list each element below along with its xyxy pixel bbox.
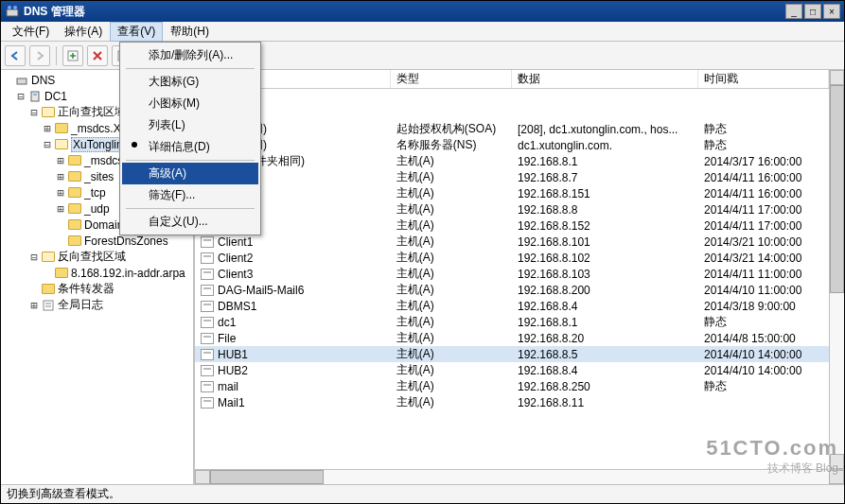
cell-timestamp: 2014/4/10 14:00:00 bbox=[698, 362, 829, 378]
cell-type: 起始授权机构(SOA) bbox=[391, 121, 512, 137]
list-row[interactable]: 件夹相同)名称服务器(NS)dc1.xutonglin.com.静态 bbox=[195, 137, 829, 153]
menu-entry-0[interactable]: 添加/删除列(A)... bbox=[122, 44, 258, 66]
collapse-icon[interactable]: ⊟ bbox=[27, 106, 41, 119]
cell-name: Mail1 bbox=[195, 394, 391, 410]
list-row[interactable]: DAG-Mail5-Mail6主机(A)192.168.8.2002014/4/… bbox=[195, 282, 829, 298]
cell-name: dc1 bbox=[195, 314, 391, 330]
status-bar: 切换到高级查看模式。 bbox=[1, 484, 844, 503]
scroll-thumb[interactable] bbox=[210, 470, 324, 484]
cell-type: 主机(A) bbox=[391, 330, 512, 346]
scroll-down-button[interactable] bbox=[830, 454, 844, 469]
menu-item-1[interactable]: 操作(A) bbox=[57, 22, 110, 42]
list-row[interactable]: (与父文件夹相同)主机(A)192.168.8.12014/3/17 16:00… bbox=[195, 153, 829, 169]
vertical-scrollbar[interactable] bbox=[829, 70, 844, 469]
view-menu-dropdown[interactable]: 添加/删除列(A)...大图标(G)小图标(M)列表(L)详细信息(D)高级(A… bbox=[119, 42, 261, 235]
menu-entry-7[interactable]: 高级(A) bbox=[122, 163, 258, 184]
list-row[interactable]: CAS2主机(A)192.168.8.1522014/4/11 17:00:00 bbox=[195, 217, 829, 234]
cell-type: 主机(A) bbox=[391, 266, 512, 282]
list-row[interactable]: HUB1主机(A)192.168.8.52014/4/10 14:00:00 bbox=[195, 346, 829, 362]
list-row[interactable]: nsZones bbox=[195, 105, 829, 121]
horizontal-scrollbar[interactable] bbox=[195, 469, 844, 484]
scroll-thumb[interactable] bbox=[830, 85, 844, 293]
cell-type: 主机(A) bbox=[391, 362, 512, 378]
menu-entry-10[interactable]: 自定义(U)... bbox=[122, 211, 258, 233]
folder-icon bbox=[67, 186, 82, 200]
folder-icon bbox=[67, 235, 82, 248]
cell-name: File bbox=[195, 330, 391, 346]
scroll-up-button[interactable] bbox=[830, 70, 844, 85]
expand-icon[interactable]: ⊞ bbox=[54, 154, 67, 167]
tree-row[interactable]: ⊟反向查找区域 bbox=[1, 249, 193, 265]
cell-data: 192.168.8.20 bbox=[512, 330, 698, 346]
menu-entry-8[interactable]: 筛选(F)... bbox=[122, 184, 258, 206]
delete-button[interactable] bbox=[87, 45, 108, 66]
list-row[interactable]: HUB2主机(A)192.168.8.42014/4/10 14:00:00 bbox=[195, 362, 829, 378]
expand-icon[interactable]: ⊞ bbox=[41, 122, 54, 135]
tree-row[interactable]: 条件转发器 bbox=[1, 281, 193, 297]
menu-entry-5[interactable]: 详细信息(D) bbox=[122, 136, 258, 158]
menu-item-0[interactable]: 文件(F) bbox=[5, 22, 57, 42]
list-row[interactable]: Mail1主机(A)192.168.8.11 bbox=[195, 394, 829, 410]
expand-icon[interactable]: ⊞ bbox=[54, 202, 67, 216]
list-row[interactable]: Client2主机(A)192.168.8.1022014/3/21 14:00… bbox=[195, 250, 829, 266]
list-row[interactable]: Client3主机(A)192.168.8.1032014/4/11 11:00… bbox=[195, 266, 829, 282]
cell-timestamp: 2014/4/11 16:00:00 bbox=[698, 169, 829, 185]
scroll-right-button[interactable] bbox=[829, 470, 844, 484]
list-row[interactable]: 件夹相同)起始授权机构(SOA)[208], dc1.xutonglin.com… bbox=[195, 121, 829, 137]
record-icon bbox=[201, 285, 214, 296]
list-row[interactable]: mail主机(A)192.168.8.250静态 bbox=[195, 378, 829, 394]
maximize-button[interactable]: □ bbox=[804, 4, 821, 19]
svg-rect-19 bbox=[44, 301, 53, 310]
expand-icon[interactable]: ⊞ bbox=[54, 186, 67, 200]
list-row[interactable]: DBMS1主机(A)192.168.8.42014/3/18 9:00:00 bbox=[195, 298, 829, 314]
expand-icon[interactable]: ⊞ bbox=[54, 170, 67, 183]
list-row[interactable]: CAS1主机(A)192.168.8.1512014/4/11 16:00:00 bbox=[195, 185, 829, 201]
tree-row[interactable]: ⊞全局日志 bbox=[1, 297, 193, 313]
close-button[interactable]: × bbox=[823, 4, 840, 19]
cell-data: 192.168.8.8 bbox=[512, 201, 698, 217]
column-header[interactable]: 类型 bbox=[391, 70, 512, 88]
list-row[interactable]: nsZones bbox=[195, 89, 829, 105]
collapse-icon[interactable]: ⊟ bbox=[27, 251, 41, 264]
folder-icon bbox=[41, 251, 56, 264]
menu-separator bbox=[126, 208, 255, 209]
column-header[interactable]: 时间戳 bbox=[698, 70, 829, 88]
list-row[interactable]: dc1主机(A)192.168.8.1静态 bbox=[195, 314, 829, 330]
cell-timestamp: 2014/4/11 17:00:00 bbox=[698, 217, 829, 234]
list-body[interactable]: nsZonesnsZones件夹相同)起始授权机构(SOA)[208], dc1… bbox=[195, 89, 829, 469]
forward-button[interactable] bbox=[29, 45, 50, 66]
expand-icon[interactable]: ⊞ bbox=[27, 299, 41, 312]
column-header[interactable]: 数据 bbox=[512, 70, 698, 88]
menu-entry-label: 小图标(M) bbox=[149, 96, 200, 110]
window-title: DNS 管理器 bbox=[24, 4, 785, 20]
cell-timestamp bbox=[698, 89, 829, 105]
menu-entry-3[interactable]: 小图标(M) bbox=[122, 93, 258, 114]
record-icon bbox=[201, 365, 214, 376]
list-row[interactable]: CAS2主机(A)192.168.8.82014/4/11 17:00:00 bbox=[195, 201, 829, 217]
folder-icon bbox=[41, 106, 56, 119]
scroll-left-button[interactable] bbox=[195, 470, 210, 484]
minimize-button[interactable]: _ bbox=[785, 4, 802, 19]
menu-item-3[interactable]: 帮助(H) bbox=[163, 22, 217, 42]
svg-rect-16 bbox=[17, 78, 26, 84]
menu-entry-4[interactable]: 列表(L) bbox=[122, 114, 258, 136]
menu-entry-2[interactable]: 大图标(G) bbox=[122, 71, 258, 93]
back-button[interactable] bbox=[5, 45, 26, 66]
list-row[interactable]: CAS1主机(A)192.168.8.72014/4/11 16:00:00 bbox=[195, 169, 829, 185]
record-icon bbox=[201, 236, 214, 248]
new-button[interactable] bbox=[62, 45, 83, 66]
cell-data: 192.168.8.11 bbox=[512, 394, 698, 410]
folder-icon bbox=[54, 122, 69, 135]
list-row[interactable]: File主机(A)192.168.8.202014/4/8 15:00:00 bbox=[195, 330, 829, 346]
cell-type: 主机(A) bbox=[391, 250, 512, 266]
tree-label: 8.168.192.in-addr.arpa bbox=[71, 267, 185, 280]
collapse-icon[interactable]: ⊟ bbox=[41, 138, 54, 151]
folder-icon bbox=[41, 283, 56, 296]
menu-item-2[interactable]: 查看(V) bbox=[110, 22, 163, 42]
folder-icon bbox=[67, 170, 82, 183]
list-row[interactable]: Client1主机(A)192.168.8.1012014/3/21 10:00… bbox=[195, 234, 829, 250]
collapse-icon[interactable]: ⊟ bbox=[14, 90, 27, 103]
list-header: 名称类型数据时间戳 bbox=[195, 70, 829, 89]
tree-row[interactable]: 8.168.192.in-addr.arpa bbox=[1, 265, 193, 281]
cell-timestamp: 2014/4/11 16:00:00 bbox=[698, 185, 829, 201]
